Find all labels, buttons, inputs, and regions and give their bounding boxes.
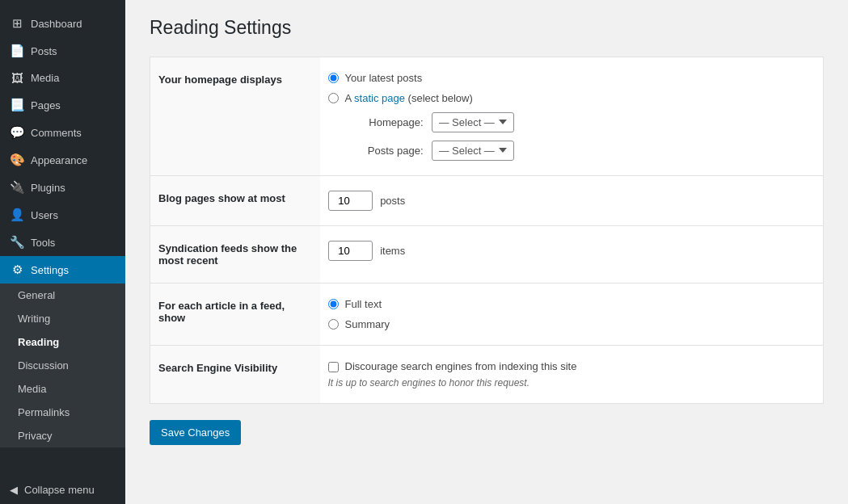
static-page-suffix: (select below) (408, 92, 473, 104)
syndication-input[interactable] (328, 241, 373, 261)
radio-summary-label[interactable]: Summary (345, 318, 390, 330)
sidebar-item-label: Users (31, 209, 58, 221)
save-changes-button[interactable]: Save Changes (150, 420, 241, 445)
pages-icon: 📃 (10, 98, 24, 112)
homepage-row: Your homepage displays Your latest posts… (150, 57, 824, 175)
radio-full-text[interactable] (328, 299, 339, 309)
sidebar-item-comments[interactable]: 💬 Comments (0, 119, 125, 146)
syndication-field: items (320, 225, 824, 283)
search-hint: It is up to search engines to honor this… (328, 377, 816, 388)
homepage-select-label: Homepage: (351, 116, 424, 128)
syndication-label: Syndication feeds show the most recent (150, 225, 320, 283)
dashboard-icon: ⊞ (10, 16, 24, 31)
sidebar-item-label: Appearance (31, 154, 87, 166)
homepage-radio-group: Your latest posts A static page (select … (328, 72, 816, 104)
radio-full-text-row: Full text (328, 298, 816, 310)
submenu-writing[interactable]: Writing (0, 307, 125, 330)
radio-summary[interactable] (328, 319, 339, 330)
sidebar-item-settings[interactable]: ⚙ Settings (0, 256, 125, 284)
settings-icon: ⚙ (10, 262, 24, 277)
radio-static[interactable] (328, 93, 339, 103)
radio-summary-row: Summary (328, 318, 816, 330)
sidebar-item-label: Plugins (31, 182, 65, 194)
sidebar-item-appearance[interactable]: 🎨 Appearance (0, 146, 125, 174)
sidebar-item-label: Posts (31, 45, 57, 57)
settings-table: Your homepage displays Your latest posts… (150, 57, 824, 404)
plugins-icon: 🔌 (10, 180, 24, 195)
radio-static-label: A static page (select below) (345, 92, 473, 104)
main-content: Reading Settings Your homepage displays … (125, 0, 848, 504)
sidebar-item-dashboard[interactable]: ⊞ Dashboard (0, 10, 125, 37)
feed-article-options: Full text Summary (320, 283, 824, 345)
radio-latest-row: Your latest posts (328, 72, 816, 84)
blog-pages-row: Blog pages show at most posts (150, 175, 824, 225)
blog-pages-unit: posts (380, 195, 405, 207)
sidebar-item-label: Tools (31, 237, 55, 249)
blog-pages-input[interactable] (328, 191, 373, 211)
sidebar-item-posts[interactable]: 📄 Posts (0, 37, 125, 65)
submenu-general[interactable]: General (0, 284, 125, 307)
sidebar: ⊞ Dashboard 📄 Posts 🖼 Media 📃 Pages 💬 Co… (0, 0, 125, 504)
feed-radio-group: Full text Summary (328, 298, 816, 330)
search-checkbox-row: Discourage search engines from indexing … (328, 360, 816, 372)
sidebar-item-label: Comments (31, 127, 82, 139)
blog-pages-field: posts (320, 175, 824, 225)
comments-icon: 💬 (10, 125, 24, 140)
syndication-unit: items (380, 245, 405, 257)
sidebar-header (0, 0, 125, 10)
collapse-menu[interactable]: ◀ Collapse menu (0, 476, 125, 504)
feed-article-label: For each article in a feed, show (150, 283, 320, 345)
blog-pages-label: Blog pages show at most (150, 175, 320, 225)
posts-icon: 📄 (10, 44, 24, 58)
submenu-media[interactable]: Media (0, 377, 125, 401)
radio-full-text-label[interactable]: Full text (345, 298, 382, 310)
syndication-row: Syndication feeds show the most recent i… (150, 225, 824, 283)
sidebar-item-label: Pages (31, 99, 61, 111)
search-visibility-field: Discourage search engines from indexing … (320, 345, 824, 403)
search-visibility-row: Search Engine Visibility Discourage sear… (150, 345, 824, 403)
sidebar-item-label: Settings (31, 264, 69, 276)
appearance-icon: 🎨 (10, 153, 24, 167)
settings-submenu: General Writing Reading Discussion Media… (0, 284, 125, 447)
radio-latest[interactable] (328, 73, 339, 83)
page-title: Reading Settings (150, 16, 824, 40)
radio-static-row: A static page (select below) (328, 92, 816, 104)
search-visibility-label: Search Engine Visibility (150, 345, 320, 403)
submenu-discussion[interactable]: Discussion (0, 354, 125, 377)
radio-latest-label[interactable]: Your latest posts (345, 72, 423, 84)
sidebar-item-pages[interactable]: 📃 Pages (0, 91, 125, 119)
submenu-permalinks[interactable]: Permalinks (0, 401, 125, 424)
posts-page-select-label: Posts page: (351, 145, 424, 157)
homepage-options: Your latest posts A static page (select … (320, 57, 824, 175)
sidebar-item-media[interactable]: 🖼 Media (0, 65, 125, 91)
sidebar-item-plugins[interactable]: 🔌 Plugins (0, 174, 125, 201)
search-checkbox-label[interactable]: Discourage search engines from indexing … (345, 360, 577, 372)
static-page-link[interactable]: static page (354, 92, 405, 104)
submenu-reading[interactable]: Reading (0, 330, 125, 354)
collapse-icon: ◀ (10, 484, 18, 496)
homepage-select-row: Homepage: — Select — (351, 112, 816, 132)
sidebar-item-label: Media (31, 72, 59, 84)
static-page-selects: Homepage: — Select — Posts page: — Selec… (351, 112, 816, 161)
posts-page-select-row: Posts page: — Select — (351, 141, 816, 161)
homepage-label: Your homepage displays (150, 57, 320, 175)
submenu-privacy[interactable]: Privacy (0, 424, 125, 447)
sidebar-item-tools[interactable]: 🔧 Tools (0, 229, 125, 256)
homepage-select[interactable]: — Select — (432, 112, 514, 132)
tools-icon: 🔧 (10, 235, 24, 250)
users-icon: 👤 (10, 208, 24, 222)
search-visibility-checkbox[interactable] (328, 362, 339, 372)
feed-article-row: For each article in a feed, show Full te… (150, 283, 824, 345)
collapse-label: Collapse menu (24, 484, 95, 496)
posts-page-select[interactable]: — Select — (432, 141, 514, 161)
radio-static-text: A (345, 92, 352, 104)
sidebar-item-users[interactable]: 👤 Users (0, 201, 125, 229)
sidebar-item-label: Dashboard (31, 18, 82, 30)
media-icon: 🖼 (10, 71, 24, 85)
